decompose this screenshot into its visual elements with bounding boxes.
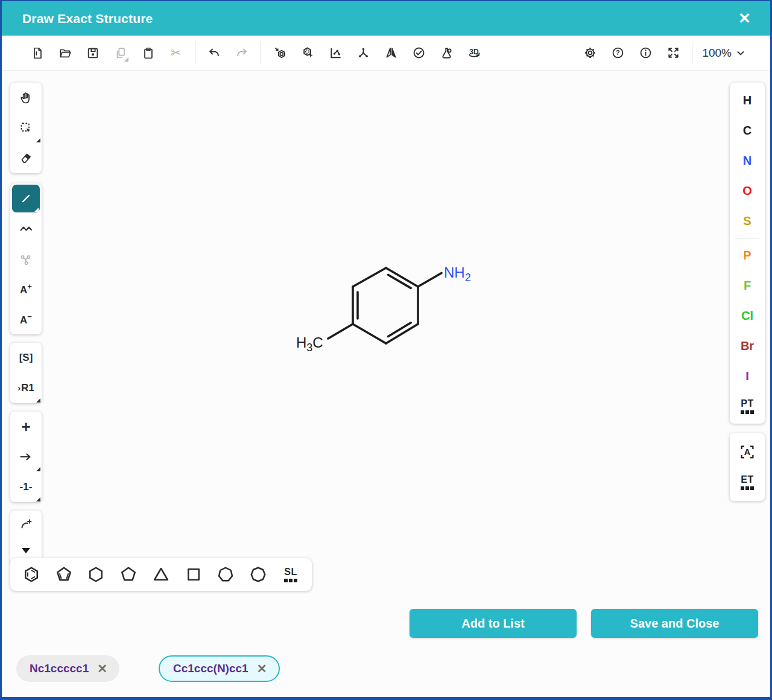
bond-to-methyl[interactable] — [328, 324, 353, 339]
history-group — [205, 44, 251, 62]
ring-bond-6[interactable] — [353, 268, 386, 287]
3d-viewer-button[interactable]: 3D — [465, 44, 483, 62]
template-cyclobutane-button[interactable] — [180, 561, 207, 588]
element-n-button[interactable]: N — [730, 145, 765, 176]
s-group-tool-button[interactable]: [S] — [10, 343, 42, 373]
chain-tool-button[interactable] — [10, 214, 42, 244]
reaction-mapping-tool-button[interactable]: -1- — [10, 472, 42, 502]
chevron-down-icon — [736, 50, 745, 56]
hand-tool-button[interactable] — [10, 83, 42, 113]
methyl-c: C — [312, 334, 323, 351]
help-button[interactable]: ? — [609, 44, 627, 62]
save-and-close-button[interactable]: Save and Close — [591, 609, 758, 638]
save-icon — [86, 46, 100, 60]
eraser-icon — [19, 151, 33, 165]
reaction-arrow-tool-button[interactable] — [10, 442, 42, 472]
cyclopropane-icon — [152, 565, 170, 584]
element-divider — [735, 238, 759, 238]
charge-minus-tool-button[interactable]: A− — [10, 304, 42, 334]
clean-up-button[interactable] — [354, 44, 372, 62]
template-cyclooctane-button[interactable] — [245, 561, 271, 588]
r-group-tool-button[interactable]: ›R1 — [10, 373, 42, 403]
periodic-table-button[interactable]: PT — [730, 391, 765, 421]
element-cl-button[interactable]: Cl — [730, 301, 765, 331]
charge-plus-tool-button[interactable]: A+ — [10, 274, 42, 304]
save-button[interactable] — [84, 44, 102, 62]
periodic-table-label: PT — [741, 398, 753, 409]
chip-close-icon[interactable]: ✕ — [97, 661, 107, 676]
element-s-button[interactable]: S — [730, 206, 765, 236]
dropdown-corner-icon — [36, 398, 40, 402]
settings-button[interactable] — [581, 44, 599, 62]
drawing-canvas[interactable] — [2, 71, 770, 697]
dropdown-corner-icon — [34, 208, 39, 212]
element-i-button[interactable]: I — [730, 361, 765, 391]
aromatize-button[interactable] — [271, 44, 289, 62]
structure-library-button[interactable]: SL — [277, 561, 304, 588]
smiles-chip[interactable]: Nc1ccccc1 ✕ — [16, 655, 119, 682]
element-i-label: I — [745, 369, 749, 383]
rotate-tool-button[interactable] — [10, 511, 42, 538]
toolbar-separator — [261, 42, 261, 65]
copy-button[interactable] — [112, 44, 130, 62]
main-toolbar: ✂ — [2, 36, 770, 71]
cut-button[interactable]: ✂ — [167, 44, 185, 62]
element-p-button[interactable]: P — [730, 240, 765, 270]
reaction-mapping-label: -1- — [20, 481, 33, 493]
reaction-plus-tool-button[interactable]: + — [10, 412, 42, 442]
zoom-value: 100% — [702, 46, 732, 60]
atom-label-amine[interactable]: NH2 — [444, 264, 471, 284]
element-f-button[interactable]: F — [730, 270, 765, 301]
element-c-button[interactable]: C — [730, 115, 765, 145]
left-tools-card-groups: [S] ›R1 — [10, 343, 42, 403]
open-file-button[interactable] — [56, 44, 74, 62]
table-dots-icon — [741, 486, 754, 490]
cut-icon: ✂ — [171, 46, 182, 60]
template-cyclohexane-button[interactable] — [83, 561, 109, 588]
add-to-list-button[interactable]: Add to List — [410, 609, 577, 638]
bond-to-amine[interactable] — [418, 273, 441, 287]
element-panel: H C N O S P F Cl Br I PT — [730, 83, 765, 424]
molecule-p-toluidine[interactable]: NH2 H3C — [267, 243, 508, 375]
layout-button[interactable] — [326, 44, 344, 62]
extended-table-button[interactable]: ET — [730, 467, 765, 497]
template-cyclopropane-button[interactable] — [148, 561, 174, 588]
dearomatize-button[interactable] — [299, 44, 317, 62]
atom-label-methyl[interactable]: H3C — [296, 334, 323, 354]
element-h-button[interactable]: H — [730, 85, 765, 115]
redo-button[interactable] — [233, 44, 251, 62]
paste-button[interactable] — [139, 44, 157, 62]
zoom-control[interactable]: 100% — [702, 46, 745, 60]
template-cycloheptane-button[interactable] — [212, 561, 239, 588]
fullscreen-button[interactable] — [664, 44, 682, 62]
about-button[interactable] — [636, 44, 654, 62]
smiles-chip-selected[interactable]: Cc1ccc(N)cc1 ✕ — [159, 655, 280, 682]
element-o-button[interactable]: O — [730, 176, 765, 206]
erase-tool-button[interactable] — [10, 143, 42, 173]
fullscreen-icon — [666, 46, 680, 60]
template-benzene-button[interactable] — [18, 561, 45, 588]
template-cyclopentane-button[interactable] — [115, 561, 142, 588]
single-bond-tool-button[interactable] — [12, 185, 40, 212]
stereochemistry-tool-button[interactable] — [10, 244, 42, 274]
layout-icon — [329, 46, 343, 60]
template-cyclopentadiene-button[interactable] — [51, 561, 77, 588]
close-icon[interactable]: ✕ — [733, 8, 756, 28]
calculate-cip-button[interactable] — [382, 44, 400, 62]
reaction-arrow-icon — [19, 450, 33, 464]
select-lasso-tool-button[interactable] — [10, 113, 42, 143]
atom-extras-panel: A ET — [730, 433, 765, 501]
draw-structure-dialog: Draw Exact Structure ✕ ✂ — [0, 0, 772, 700]
calculated-values-button[interactable] — [437, 44, 455, 62]
amine-main: NH — [444, 264, 465, 281]
check-structure-button[interactable] — [410, 44, 428, 62]
element-br-button[interactable]: Br — [730, 331, 765, 361]
any-atom-button[interactable]: A — [730, 437, 765, 467]
chip-close-icon[interactable]: ✕ — [257, 661, 267, 676]
settings-group: ? — [581, 44, 682, 62]
undo-icon — [207, 46, 221, 60]
new-document-button[interactable] — [28, 44, 46, 62]
charge-letter: A — [20, 284, 27, 296]
ring-bond-4[interactable] — [353, 324, 386, 343]
undo-button[interactable] — [205, 44, 223, 62]
